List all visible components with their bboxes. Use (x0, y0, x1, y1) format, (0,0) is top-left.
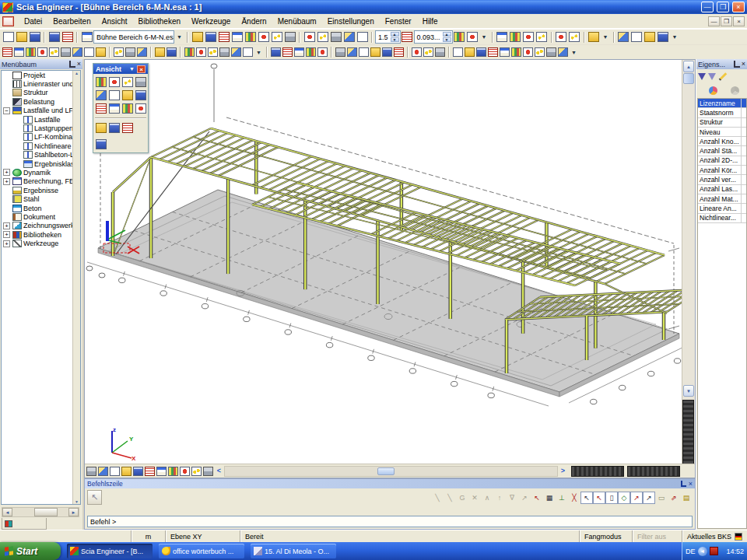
toolbar-icon[interactable] (230, 31, 244, 44)
tree-item-bibliotheken[interactable]: +Bibliotheken (2, 230, 80, 239)
toolbar-icon[interactable] (121, 102, 134, 115)
toolbar-icon[interactable] (167, 465, 179, 478)
toolbar-icon[interactable] (107, 102, 121, 115)
tree-item-lastfälle-und-lf-ko[interactable]: −Lastfälle und LF-Ko (2, 107, 80, 115)
property-row-anzahl-ver-[interactable]: Anzahl ver... (698, 175, 746, 184)
tree-item-struktur[interactable]: Struktur (2, 89, 80, 97)
start-button[interactable]: Start (0, 542, 61, 560)
tree-item-stahlbeton-lfk[interactable]: Stahlbeton-LFK (12, 151, 80, 159)
toolbar-icon[interactable] (15, 31, 28, 44)
toolbar-icon[interactable] (644, 31, 657, 44)
toolbar-icon[interactable] (2, 31, 15, 44)
menu-item-werkzeuge[interactable]: Werkzeuge (186, 16, 236, 27)
tree-item-lastgruppen[interactable]: Lastgruppen (12, 124, 80, 132)
toolbar-icon[interactable] (411, 46, 423, 58)
project-combobox[interactable]: Bühne Bereich 6-M-N.esa ▼ (93, 30, 174, 44)
dark-vertical-slider[interactable] (682, 400, 694, 464)
toolbar-icon[interactable] (510, 46, 522, 58)
toolbar-icon[interactable] (393, 46, 405, 58)
toolbar-icon[interactable] (452, 46, 464, 58)
scrollbar-thumb[interactable] (34, 508, 58, 516)
tree-item-dynamik[interactable]: +Dynamik (2, 168, 80, 177)
tray-app-icon[interactable] (710, 547, 718, 555)
toolbar-icon[interactable] (154, 46, 166, 58)
menubaum-tab[interactable] (2, 518, 47, 530)
toolbar-icon[interactable] (109, 465, 121, 478)
scrollbar-thumb[interactable] (377, 467, 395, 475)
toolbar-icon[interactable] (335, 46, 346, 58)
factor-spinner[interactable]: 0.093... ▲▼ (414, 30, 453, 44)
toolbar-icon[interactable] (244, 31, 257, 44)
toolbar-icon[interactable] (545, 46, 557, 58)
toolbar-icon[interactable] (97, 465, 109, 478)
toolbar-icon[interactable] (534, 46, 545, 58)
befehlszeile-header[interactable]: Befehlszeile × (85, 479, 695, 488)
filter-alt-icon[interactable] (708, 73, 716, 80)
unit-indicator[interactable]: m (131, 530, 165, 542)
tree-expander-icon[interactable]: + (3, 178, 10, 185)
scroll-left-icon[interactable]: < (214, 466, 224, 477)
pencil-icon[interactable] (719, 72, 728, 81)
toolbar-icon[interactable] (121, 121, 134, 135)
toolbar-icon[interactable] (107, 75, 121, 89)
menu-item-menübaum[interactable]: Menübaum (272, 16, 322, 27)
toolbar-icon[interactable] (121, 465, 132, 478)
toolbar-icon[interactable] (522, 31, 535, 44)
toolbar-icon[interactable] (555, 31, 568, 44)
hide-icons-chevron[interactable]: ◄ (698, 547, 707, 556)
snap-icon[interactable]: ↗ (630, 492, 643, 504)
toolbar-icon[interactable] (434, 46, 446, 58)
dropdown-icon[interactable]: ▼ (601, 31, 611, 44)
toolbar-icon[interactable] (107, 89, 121, 102)
toolbar-icon[interactable] (13, 46, 25, 58)
tree-horizontal-scrollbar[interactable]: ◄ ► (2, 507, 79, 517)
tree-item-zeichnungswerkze[interactable]: +Zeichnungswerkze (2, 222, 80, 230)
menubaum-panel-header[interactable]: Menübaum × (0, 59, 82, 69)
snap-icon[interactable]: ⊥ (556, 492, 568, 504)
dark-horizontal-slider[interactable] (627, 466, 680, 477)
toolbar-icon[interactable] (522, 46, 534, 58)
toolbar-icon[interactable] (423, 46, 434, 58)
property-row-staatsnorm[interactable]: Staatsnorm (698, 108, 746, 117)
viewport-horizontal-scrollbar[interactable] (224, 466, 558, 477)
tree-item-werkzeuge[interactable]: +Werkzeuge (2, 239, 80, 247)
toolbar-icon[interactable] (94, 138, 107, 151)
dropdown-icon[interactable]: ▼ (479, 31, 489, 44)
menu-item-datei[interactable]: Datei (19, 16, 47, 27)
toolbar-icon[interactable] (95, 46, 107, 58)
toolbar-icon[interactable] (134, 102, 147, 115)
toolbar-icon[interactable] (587, 31, 601, 44)
toolbar-icon[interactable] (47, 31, 61, 44)
toolbar-icon[interactable] (630, 31, 644, 44)
property-row-struktur[interactable]: Struktur (698, 118, 746, 128)
toolbar-icon[interactable] (37, 46, 48, 58)
taskbar-task-1[interactable]: office wörterbuch ... (159, 544, 244, 558)
property-row-anzahl-kör-[interactable]: Anzahl Kör... (698, 166, 746, 175)
toolbar-icon[interactable] (204, 31, 217, 44)
dropdown-icon[interactable]: ▼ (670, 31, 680, 44)
tree-item-berechnung-fe-n[interactable]: +Berechnung, FE-N (2, 177, 80, 186)
close-button[interactable]: × (732, 2, 745, 12)
toolbar-icon[interactable] (60, 46, 72, 58)
toolbar-icon[interactable] (557, 46, 569, 58)
tree-expander-icon[interactable]: + (3, 222, 10, 229)
property-row-anzahl-mat-[interactable]: Anzahl Mat... (698, 194, 746, 204)
toolbar-icon[interactable] (496, 31, 509, 44)
scale-spinner[interactable]: 1.5 ▲▼ (375, 30, 401, 44)
toolbar-icon[interactable] (94, 75, 107, 89)
model-viewport[interactable]: z Y X Ansicht ▼ × ▲ ▼ < > (84, 59, 696, 478)
tree-item-lf-kombination[interactable]: LF-Kombination (12, 133, 80, 142)
title-bar[interactable]: Scia Engineer - [Bühne Bereich 6-M-N.esa… (0, 0, 747, 14)
toolbar-icon[interactable] (61, 31, 74, 44)
toolbar-icon[interactable] (72, 46, 83, 58)
toolbar-icon[interactable] (270, 31, 283, 44)
toolbar-icon[interactable] (217, 31, 230, 44)
pin-icon[interactable] (681, 481, 686, 487)
toolbar-icon[interactable] (94, 89, 107, 102)
toolbar-icon[interactable] (94, 102, 107, 115)
toolbar-icon[interactable] (342, 31, 356, 44)
toolbar-icon[interactable] (657, 31, 670, 44)
toolbar-icon[interactable] (317, 46, 328, 58)
snap-icon[interactable]: ▭ (655, 492, 668, 504)
filter-icon[interactable] (698, 73, 706, 80)
